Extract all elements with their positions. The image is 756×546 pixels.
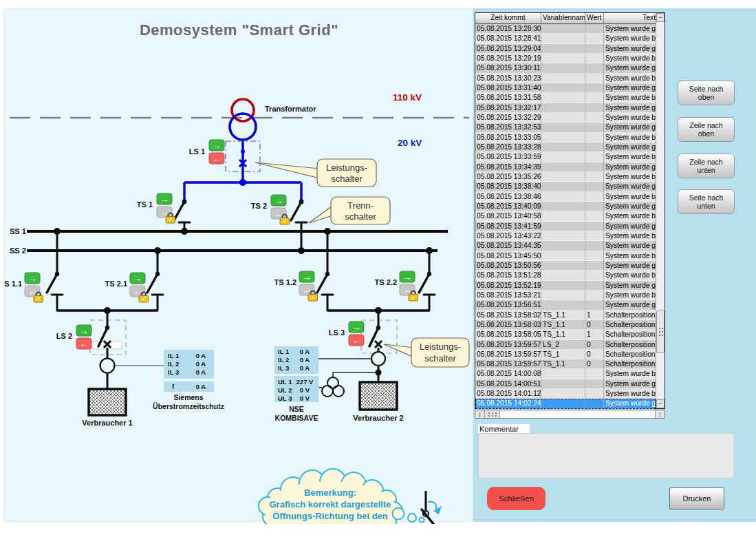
log-row[interactable]: 05.08.2015 13:30:11System wurde gestar: [475, 63, 656, 73]
log-row[interactable]: 05.08.2015 13:43:22System wurde beend: [475, 231, 656, 241]
log-row[interactable]: 05.08.2015 13:29:19System wurde beend: [475, 54, 656, 63]
callout-text: Leistungs-: [326, 162, 367, 173]
log-row[interactable]: 05.08.2015 13:29:04System wurde gestar: [475, 44, 656, 54]
log-row[interactable]: 05.08.2015 13:58:02TS_1.11Schalterpositi…: [475, 311, 656, 320]
hscroll-right-edge-icon[interactable]: |: [655, 410, 665, 418]
column-header-text[interactable]: Text: [604, 13, 656, 23]
disconnector-ts21-symbol[interactable]: [147, 251, 163, 311]
scrollbar-split-bottom-icon[interactable]: –: [656, 399, 665, 408]
log-row[interactable]: 05.08.2015 13:33:28System wurde gestar: [475, 143, 656, 152]
log-cell: 05.08.2015 13:59:57: [475, 350, 541, 359]
log-cell: TS_1.1: [541, 311, 585, 320]
log-cell: [541, 24, 585, 34]
log-row[interactable]: 05.08.2015 13:33:05System wurde beend: [475, 133, 656, 143]
kommentar-input[interactable]: [478, 433, 734, 479]
log-cell: [541, 300, 585, 310]
log-row[interactable]: 05.08.2015 14:00:08System wurde beend: [475, 369, 656, 379]
page-up-button[interactable]: Seite nach oben: [678, 81, 735, 105]
vertical-scrollbar[interactable]: – –: [656, 13, 665, 408]
close-button[interactable]: Schließen: [487, 487, 546, 510]
log-cell: System wurde beend: [604, 172, 656, 182]
meas-value: 227 V: [296, 378, 314, 386]
log-cell: [585, 291, 604, 300]
log-cell: [541, 133, 585, 143]
log-cell: [585, 34, 604, 43]
log-row[interactable]: 05.08.2015 13:50:56System wurde gestar: [475, 261, 656, 271]
log-row[interactable]: 05.08.2015 13:45:50System wurde beend: [475, 251, 656, 261]
switch-label: TS 2: [251, 202, 267, 210]
log-row[interactable]: 05.08.2015 13:59:57TS_1.10Schalterpositi…: [475, 359, 656, 369]
disconnector-ts2-symbol[interactable]: [291, 202, 307, 251]
log-cell: 05.08.2015 13:29:19: [475, 54, 541, 63]
log-row[interactable]: 05.08.2015 13:32:53System wurde gestar: [475, 123, 656, 132]
log-cell: [585, 103, 604, 113]
log-row[interactable]: 05.08.2015 13:38:40System wurde gestar: [475, 182, 656, 191]
log-row[interactable]: 05.08.2015 13:40:09System wurde gestar: [475, 202, 656, 211]
column-header-variablenname[interactable]: Variablenname: [541, 13, 585, 23]
log-row[interactable]: 05.08.2015 13:59:57TS_10Schalterposition…: [475, 350, 656, 359]
log-row[interactable]: 05.08.2015 14:01:12System wurde beend: [475, 389, 656, 399]
scrollbar-split-top-icon[interactable]: –: [656, 13, 665, 22]
log-row[interactable]: 05.08.2015 14:00:51System wurde gestar: [475, 379, 656, 389]
horizontal-scrollbar[interactable]: | |: [475, 410, 665, 419]
log-row[interactable]: 05.08.2015 13:40:58System wurde beend: [475, 211, 656, 221]
log-row[interactable]: 05.08.2015 13:58:05TS_1.11Schalterpositi…: [475, 330, 656, 339]
log-row[interactable]: 05.08.2015 13:32:17System wurde gestar: [475, 103, 656, 113]
log-cell: 05.08.2015 13:35:26: [475, 172, 541, 182]
log-row[interactable]: 05.08.2015 13:44:35System wurde gestar: [475, 241, 656, 251]
disconnector-ts12-symbol[interactable]: [317, 231, 333, 311]
log-row[interactable]: 05.08.2015 13:52:19System wurde gestar: [475, 281, 656, 291]
log-cell: Schalterposition offe: [604, 340, 656, 350]
log-row[interactable]: 05.08.2015 13:41:59System wurde gestar: [475, 222, 656, 231]
log-cell: 05.08.2015 13:59:57: [475, 340, 541, 350]
hscroll-track[interactable]: [500, 410, 655, 418]
log-row[interactable]: 05.08.2015 13:34:39System wurde gestar: [475, 162, 656, 172]
column-header-wert[interactable]: Wert: [585, 13, 604, 23]
log-cell: System wurde gestar: [604, 222, 656, 231]
print-button[interactable]: Drucken: [669, 487, 724, 510]
log-row[interactable]: 05.08.2015 13:30:23System wurde beend: [475, 74, 656, 83]
meas-label: IL 1: [278, 348, 290, 355]
log-cell: Schalterposition offe: [604, 350, 656, 359]
log-cell: Schalterposition offe: [604, 359, 656, 369]
log-cell: System wurde gestar: [604, 281, 656, 291]
log-row[interactable]: 05.08.2015 13:33:59System wurde beend: [475, 152, 656, 162]
hscroll-left-edge-icon[interactable]: |: [475, 410, 485, 418]
log-row[interactable]: 05.08.2015 13:58:03TS_1.10Schalterpositi…: [475, 320, 656, 330]
disconnector-ts11-symbol[interactable]: [47, 231, 63, 311]
log-cell: 05.08.2015 13:34:39: [475, 162, 541, 172]
log-row[interactable]: 05.08.2015 13:31:58System wurde beend: [475, 93, 656, 103]
disconnector-ts22-symbol[interactable]: [419, 251, 435, 311]
log-row[interactable]: 05.08.2015 13:32:29System wurde beend: [475, 113, 656, 123]
log-row[interactable]: 05.08.2015 13:51:28System wurde beend: [475, 271, 656, 280]
log-cell: 0: [585, 340, 604, 350]
column-header-zeit[interactable]: Zeit kommt: [475, 13, 541, 23]
log-row[interactable]: 05.08.2015 13:56:51System wurde gestar: [475, 300, 656, 310]
log-row[interactable]: 05.08.2015 13:28:41System wurde beend: [475, 34, 656, 43]
log-cell: System wurde beend: [604, 291, 656, 300]
log-row[interactable]: 05.08.2015 13:59:57LS_20Schalterposition…: [475, 340, 656, 350]
log-cell: 05.08.2015 13:51:28: [475, 271, 541, 280]
horizontal-scrollbar-thumb[interactable]: [485, 410, 500, 418]
log-row[interactable]: 05.08.2015 13:38:46System wurde beend: [475, 192, 656, 202]
log-row[interactable]: 05.08.2015 13:31:40System wurde gestar: [475, 83, 656, 93]
load-box-icon: [89, 389, 126, 415]
log-cell: System wurde gestar: [604, 162, 656, 172]
log-row[interactable]: 05.08.2015 13:35:26System wurde beend: [475, 172, 656, 182]
disconnector-ts1-symbol[interactable]: [174, 202, 190, 231]
log-cell: System wurde gestar: [604, 182, 656, 191]
line-up-button[interactable]: Zeile nach oben: [678, 117, 735, 142]
breaker-ls1-symbol[interactable]: [226, 140, 260, 186]
log-row[interactable]: 05.08.2015 13:53:21System wurde beend: [475, 291, 656, 300]
log-cell: System wurde beend: [604, 74, 656, 83]
log-cell: 05.08.2015 13:32:29: [475, 113, 541, 123]
vertical-scrollbar-thumb[interactable]: [656, 311, 665, 353]
note-line: Öffnungs-Richtung bei den: [272, 511, 388, 521]
log-row[interactable]: 05.08.2015 14:02:24System wurde gestar: [475, 399, 656, 408]
log-row[interactable]: 05.08.2015 13:28:30System wurde gestar: [475, 24, 656, 34]
log-cell: [541, 143, 585, 152]
log-cell: 05.08.2015 14:01:12: [475, 389, 541, 399]
page-down-button[interactable]: Seite nach unten: [678, 189, 735, 214]
line-down-button[interactable]: Zeile nach unten: [678, 154, 735, 178]
breaker-ls2-symbol[interactable]: [90, 311, 164, 389]
